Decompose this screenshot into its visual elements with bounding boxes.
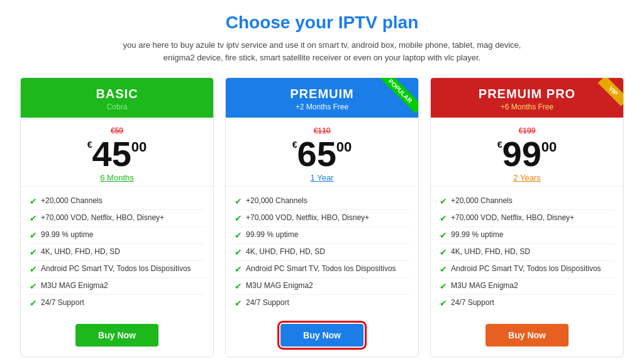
feature-text: 99.99 % uptime: [41, 230, 93, 239]
plan-price-period-premuim[interactable]: 1 Year: [236, 173, 408, 182]
list-item: ✔+70,000 VOD, Netflix, HBO, Disney+: [235, 210, 409, 227]
plan-price-number-premuim: 65: [297, 136, 336, 172]
plan-btn-container-premuim-pro: Buy Now: [431, 318, 623, 357]
feature-text: +70,000 VOD, Netflix, HBO, Disney+: [451, 213, 574, 222]
feature-text: M3U MAG Enigma2: [41, 281, 108, 290]
feature-text: Android PC Smart TV, Todos los Dispositi…: [41, 264, 191, 273]
feature-text: 4K, UHD, FHD, HD, SD: [246, 247, 325, 256]
check-icon: ✔: [235, 247, 242, 257]
plan-btn-container-premuim: Buy Now: [226, 318, 418, 357]
feature-text: 24/7 Support: [246, 298, 289, 307]
plan-price-section-premuim: €110€65001 Year: [226, 118, 418, 187]
plan-price-currency-basic: €: [87, 140, 92, 149]
check-icon: ✔: [440, 298, 447, 308]
list-item: ✔99.99 % uptime: [440, 227, 614, 244]
plan-price-period-premuim-pro[interactable]: 2 Years: [441, 173, 613, 182]
plan-price-currency-premuim-pro: €: [497, 140, 502, 149]
plan-card-basic: BASICCobra€59€45006 Months✔+20,000 Chann…: [20, 77, 214, 357]
list-item: ✔M3U MAG Enigma2: [440, 278, 614, 295]
feature-text: Android PC Smart TV, Todos los Dispositi…: [451, 264, 601, 273]
list-item: ✔+20,000 Channels: [235, 193, 409, 210]
plan-badge-premuim: POPULAR: [374, 78, 418, 118]
plan-price-number-premuim-pro: 99: [502, 136, 541, 172]
feature-text: +70,000 VOD, Netflix, HBO, Disney+: [246, 213, 369, 222]
feature-text: +70,000 VOD, Netflix, HBO, Disney+: [41, 213, 164, 222]
check-icon: ✔: [30, 247, 37, 257]
check-icon: ✔: [440, 213, 447, 223]
list-item: ✔Android PC Smart TV, Todos los Disposit…: [30, 261, 204, 278]
check-icon: ✔: [440, 196, 447, 206]
check-icon: ✔: [30, 196, 37, 206]
plan-price-main-premuim: €6500: [236, 136, 408, 172]
feature-text: 99.99 % uptime: [451, 230, 503, 239]
check-icon: ✔: [235, 264, 242, 274]
plan-price-main-premuim-pro: €9900: [441, 136, 613, 172]
check-icon: ✔: [30, 264, 37, 274]
check-icon: ✔: [30, 213, 37, 223]
check-icon: ✔: [235, 213, 242, 223]
check-icon: ✔: [440, 247, 447, 257]
plan-price-currency-premuim: €: [292, 140, 297, 149]
plan-badge-text-premuim-pro: VIP: [597, 78, 623, 106]
page-title: Choose your IPTV plan: [226, 13, 418, 33]
plan-header-premuim-pro: PREMUIM PRO+6 Months FreeVIP: [431, 78, 623, 118]
plan-price-number-basic: 45: [92, 136, 131, 172]
check-icon: ✔: [235, 196, 242, 206]
list-item: ✔+20,000 Channels: [440, 193, 614, 210]
plan-features-basic: ✔+20,000 Channels✔+70,000 VOD, Netflix, …: [21, 187, 213, 318]
feature-text: +20,000 Channels: [41, 196, 103, 205]
list-item: ✔24/7 Support: [30, 295, 204, 311]
list-item: ✔4K, UHD, FHD, HD, SD: [235, 244, 409, 261]
list-item: ✔24/7 Support: [235, 295, 409, 311]
check-icon: ✔: [30, 298, 37, 308]
plan-price-cents-premuim: 00: [336, 140, 352, 154]
list-item: ✔4K, UHD, FHD, HD, SD: [30, 244, 204, 261]
feature-text: 99.99 % uptime: [246, 230, 298, 239]
plan-header-premuim: PREMUIM+2 Months FreePOPULAR: [226, 78, 418, 118]
feature-text: 4K, UHD, FHD, HD, SD: [41, 247, 120, 256]
list-item: ✔M3U MAG Enigma2: [235, 278, 409, 295]
plan-badge-text-premuim: POPULAR: [378, 78, 418, 114]
list-item: ✔M3U MAG Enigma2: [30, 278, 204, 295]
check-icon: ✔: [30, 281, 37, 291]
list-item: ✔99.99 % uptime: [30, 227, 204, 244]
plan-price-main-basic: €4500: [31, 136, 203, 172]
buy-now-button-basic[interactable]: Buy Now: [75, 324, 158, 347]
plans-container: BASICCobra€59€45006 Months✔+20,000 Chann…: [20, 77, 624, 357]
feature-text: M3U MAG Enigma2: [246, 281, 313, 290]
check-icon: ✔: [440, 281, 447, 291]
check-icon: ✔: [235, 298, 242, 308]
list-item: ✔+20,000 Channels: [30, 193, 204, 210]
list-item: ✔4K, UHD, FHD, HD, SD: [440, 244, 614, 261]
list-item: ✔24/7 Support: [440, 295, 614, 311]
list-item: ✔+70,000 VOD, Netflix, HBO, Disney+: [30, 210, 204, 227]
plan-price-period-basic[interactable]: 6 Months: [31, 173, 203, 182]
feature-text: 4K, UHD, FHD, HD, SD: [451, 247, 530, 256]
list-item: ✔Android PC Smart TV, Todos los Disposit…: [235, 261, 409, 278]
plan-card-premuim-pro: PREMUIM PRO+6 Months FreeVIP€199€99002 Y…: [430, 77, 624, 357]
plan-badge-premuim-pro: VIP: [579, 78, 623, 118]
plan-header-basic: BASICCobra: [21, 78, 213, 118]
list-item: ✔+70,000 VOD, Netflix, HBO, Disney+: [440, 210, 614, 227]
feature-text: 24/7 Support: [41, 298, 84, 307]
buy-now-button-premuim[interactable]: Buy Now: [280, 324, 364, 347]
feature-text: +20,000 Channels: [451, 196, 513, 205]
check-icon: ✔: [235, 281, 242, 291]
list-item: ✔99.99 % uptime: [235, 227, 409, 244]
plan-features-premuim: ✔+20,000 Channels✔+70,000 VOD, Netflix, …: [226, 187, 418, 318]
plan-price-cents-basic: 00: [131, 140, 147, 154]
buy-now-button-premuim-pro[interactable]: Buy Now: [486, 324, 569, 347]
feature-text: Android PC Smart TV, Todos los Dispositi…: [246, 264, 396, 273]
plan-name-basic: BASIC: [27, 87, 207, 101]
list-item: ✔Android PC Smart TV, Todos los Disposit…: [440, 261, 614, 278]
check-icon: ✔: [30, 230, 37, 240]
plan-card-premuim: PREMUIM+2 Months FreePOPULAR€110€65001 Y…: [225, 77, 419, 357]
page-subtitle: you are here to buy azule tv iptv servic…: [108, 39, 536, 64]
plan-btn-container-basic: Buy Now: [21, 318, 213, 357]
plan-features-premuim-pro: ✔+20,000 Channels✔+70,000 VOD, Netflix, …: [431, 187, 623, 318]
plan-subtitle-basic: Cobra: [27, 103, 207, 111]
check-icon: ✔: [440, 264, 447, 274]
plan-price-section-premuim-pro: €199€99002 Years: [431, 118, 623, 187]
plan-price-section-basic: €59€45006 Months: [21, 118, 213, 187]
feature-text: 24/7 Support: [451, 298, 494, 307]
